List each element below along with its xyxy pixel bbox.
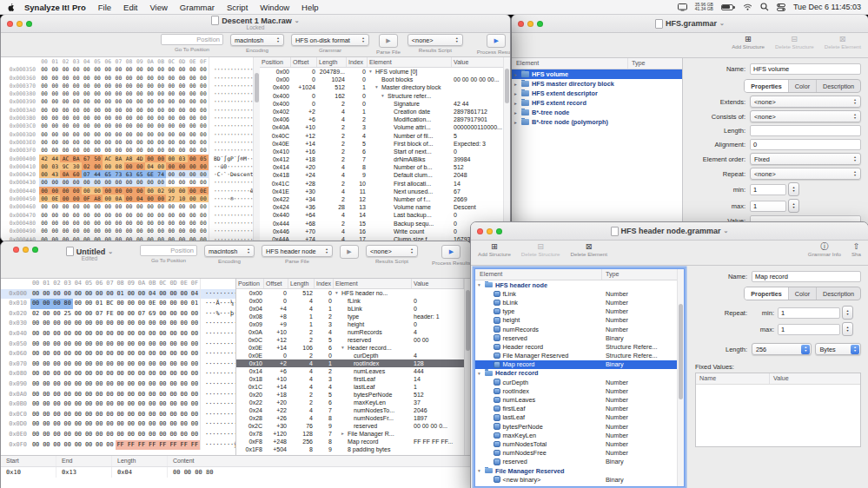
hex-byte[interactable]: 00 bbox=[63, 379, 73, 390]
hex-byte[interactable]: 00 bbox=[179, 359, 189, 370]
fixed-values-table[interactable]: Name Value bbox=[695, 373, 861, 447]
hex-byte[interactable]: 00 bbox=[113, 114, 123, 122]
grammar-info-button[interactable]: ⓘGrammar Info bbox=[808, 242, 841, 257]
hex-byte[interactable]: 00 bbox=[103, 202, 113, 210]
result-row[interactable]: 0x0C+1225reserved00 00 bbox=[236, 336, 465, 344]
search-icon[interactable] bbox=[760, 3, 769, 11]
hex-byte[interactable]: 08 bbox=[113, 162, 123, 170]
disclosure-triangle-icon[interactable]: ▸ bbox=[514, 82, 520, 87]
close-button[interactable] bbox=[477, 228, 483, 234]
hex-byte[interactable]: 00 bbox=[116, 379, 126, 390]
result-row[interactable]: 0x22+2026maxKeyLen37 bbox=[236, 399, 465, 406]
hex-byte[interactable]: 00 bbox=[124, 211, 135, 219]
hex-byte[interactable]: 00 bbox=[30, 390, 41, 400]
hex-byte[interactable]: 00 bbox=[94, 410, 104, 420]
length-combo[interactable]: 256▲▼ bbox=[752, 343, 812, 355]
grammar-element-row[interactable]: numNodesFreeNumber bbox=[475, 449, 684, 458]
result-row[interactable]: 0x41E+30411Next unused...67 bbox=[260, 188, 510, 195]
hex-byte[interactable]: 00 bbox=[124, 122, 135, 129]
min-field[interactable]: 1 bbox=[778, 307, 840, 319]
hex-byte[interactable]: 00 bbox=[71, 106, 82, 114]
hex-row[interactable]: 0x00037000000000000000000000000000000000… bbox=[1, 82, 259, 89]
grammar-element-row[interactable]: ▸B*-tree node bbox=[512, 108, 682, 117]
hex-byte[interactable]: 0F bbox=[82, 195, 92, 202]
hex-byte[interactable]: 00 bbox=[50, 106, 60, 114]
hex-byte[interactable]: 00 bbox=[157, 430, 168, 440]
hex-byte[interactable]: 00 bbox=[168, 379, 178, 390]
hex-byte[interactable]: 00 bbox=[41, 299, 51, 309]
disclosure-triangle-icon[interactable]: ▸ bbox=[514, 110, 520, 115]
hex-byte[interactable]: FF bbox=[189, 440, 200, 451]
hex-byte[interactable]: 00 bbox=[168, 419, 178, 430]
hex-byte[interactable]: 00 bbox=[157, 319, 168, 329]
hex-byte[interactable]: 00 bbox=[168, 410, 178, 420]
hex-byte[interactable]: 00 bbox=[39, 65, 50, 73]
hex-byte[interactable]: 00 bbox=[145, 195, 156, 202]
hex-byte[interactable]: 00 bbox=[145, 155, 156, 162]
hex-byte[interactable]: 00 bbox=[39, 130, 50, 138]
hex-byte[interactable]: 00 bbox=[41, 349, 51, 359]
hex-ascii[interactable]: ················ bbox=[200, 430, 235, 440]
hex-row[interactable]: 0x00041000039C30020000080000040000000000… bbox=[1, 162, 259, 170]
grammar-element-row[interactable]: ▾HFS header node bbox=[475, 280, 684, 289]
hex-byte[interactable]: 00 bbox=[83, 359, 94, 370]
hex-byte[interactable]: 00 bbox=[63, 399, 73, 410]
result-row[interactable]: 0x40E+1425First block of...Expected: 3 bbox=[260, 140, 510, 148]
hex-byte[interactable]: 00 bbox=[92, 65, 103, 73]
hex-byte[interactable]: 00 bbox=[73, 349, 83, 359]
window1-titlebar[interactable]: Descent 1 Mac.raw⌄ Locked bbox=[1, 15, 510, 33]
min-field[interactable]: 1 bbox=[750, 184, 786, 195]
hex-byte[interactable]: 00 bbox=[145, 178, 156, 186]
hex-byte[interactable]: 00 bbox=[124, 65, 135, 73]
hex-byte[interactable]: 00 bbox=[113, 202, 123, 210]
hex-byte[interactable]: 00 bbox=[179, 410, 189, 420]
hex-byte[interactable]: 00 bbox=[104, 319, 115, 329]
hex-byte[interactable]: 00 bbox=[198, 65, 209, 73]
hex-byte[interactable]: 00 bbox=[156, 227, 166, 234]
grammar-select[interactable]: HFS on-disk format▲▼ bbox=[291, 34, 369, 46]
hex-byte[interactable]: 00 bbox=[41, 379, 51, 390]
hex-byte[interactable]: FF bbox=[157, 440, 168, 451]
grammar-element-row[interactable]: numRecordsNumber bbox=[475, 325, 684, 333]
hex-byte[interactable]: 00 bbox=[92, 122, 103, 129]
close-button[interactable] bbox=[7, 21, 13, 27]
hex-byte[interactable]: 00 bbox=[198, 114, 209, 122]
tab-properties[interactable]: Properties bbox=[745, 287, 789, 300]
hex-byte[interactable]: 00 bbox=[168, 329, 178, 340]
hex-byte[interactable]: 00 bbox=[39, 82, 50, 89]
hex-byte[interactable]: 00 bbox=[113, 138, 123, 146]
hex-byte[interactable]: 00 bbox=[71, 114, 82, 122]
hex-byte[interactable]: 00 bbox=[157, 419, 168, 430]
result-row[interactable]: 0x00040fLink0 bbox=[236, 297, 465, 305]
hex-byte[interactable]: 00 bbox=[145, 122, 156, 129]
hex-byte[interactable]: 07 bbox=[136, 309, 147, 320]
disclosure-triangle-icon[interactable]: ▾ bbox=[369, 68, 375, 76]
hex-ascii[interactable]: ················ bbox=[200, 340, 235, 350]
menu-edit[interactable]: Edit bbox=[117, 3, 143, 12]
minimize-button[interactable] bbox=[487, 228, 493, 234]
hex-byte[interactable]: 00 bbox=[176, 211, 187, 219]
hex-byte[interactable]: 00 bbox=[189, 399, 200, 410]
hex-byte[interactable]: 00 bbox=[83, 379, 94, 390]
hex-byte[interactable]: 00 bbox=[156, 106, 166, 114]
result-row[interactable]: 0x78+1201287▸File Manager R... bbox=[236, 430, 465, 438]
result-row[interactable]: 0x410+1626Start of next...0 bbox=[260, 148, 510, 155]
hex-byte[interactable]: 00 bbox=[92, 211, 103, 219]
hex-ascii[interactable]: ················ bbox=[200, 399, 235, 410]
hex-ascii[interactable]: ················ bbox=[209, 219, 259, 227]
hex-byte[interactable]: 00 bbox=[147, 379, 157, 390]
hex-row[interactable]: 0x00036000000000000000000000000000000000… bbox=[1, 74, 259, 82]
hex-byte[interactable]: 00 bbox=[157, 349, 168, 359]
tab-color[interactable]: Color bbox=[789, 287, 817, 300]
hex-byte[interactable]: 00 bbox=[82, 138, 92, 146]
hex-byte[interactable]: 00 bbox=[94, 340, 104, 350]
hex-byte[interactable]: 00 bbox=[126, 309, 136, 320]
hex-byte[interactable]: 9C bbox=[60, 162, 70, 170]
hex-row[interactable]: 0x00039000000000000000000000000000000000… bbox=[1, 97, 259, 105]
hex-byte[interactable]: 00 bbox=[135, 178, 145, 186]
hex-byte[interactable]: 00 bbox=[63, 289, 73, 300]
result-row[interactable]: 0x440+64414Last backup...0 bbox=[260, 211, 510, 219]
hex-byte[interactable]: 00 bbox=[103, 114, 113, 122]
hex-byte[interactable]: 00 bbox=[83, 289, 94, 300]
hex-byte[interactable]: 02 bbox=[30, 309, 41, 320]
